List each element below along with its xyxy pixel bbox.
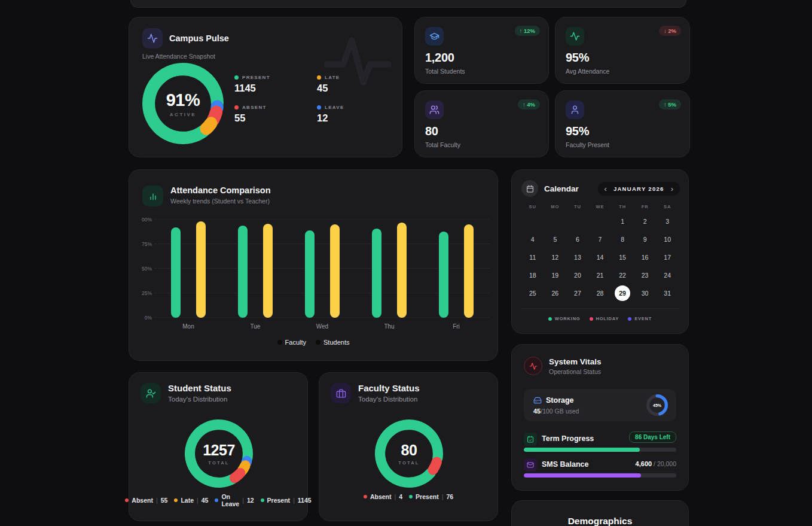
legend-item: Present|1145 <box>261 493 312 507</box>
attendance-donut-chart: 91% ACTIVE <box>141 62 225 145</box>
bar-students-fri <box>464 224 474 318</box>
offscreen-card-edge <box>130 0 686 8</box>
calendar-day[interactable]: 27 <box>566 284 589 302</box>
legend-item: Absent|55 <box>125 493 167 507</box>
legend-item: Present|76 <box>409 493 453 500</box>
calendar-blank <box>544 212 567 230</box>
calendar-day[interactable]: 28 <box>589 284 612 302</box>
calendar-day[interactable]: 23 <box>634 266 657 284</box>
late-dot <box>317 75 321 80</box>
bar-faculty-wed <box>305 230 315 318</box>
calendar-day[interactable]: 4 <box>521 230 544 248</box>
trend-badge: ↑ 5% <box>659 99 681 110</box>
calendar-day[interactable]: 13 <box>566 248 589 266</box>
calendar-day[interactable]: 7 <box>589 230 612 248</box>
storage-usage: 45/100 GB used <box>533 408 579 415</box>
campus-pulse-header: Campus Pulse Live Attendance Snapshot <box>142 28 229 60</box>
weekday-header: SA <box>656 204 679 209</box>
bar-faculty-fri <box>439 232 448 318</box>
calendar-grid: 1234567891011121314151617181920212223242… <box>521 212 679 302</box>
campus-pulse-card: Campus Pulse Live Attendance Snapshot 91… <box>129 17 402 157</box>
calendar-day[interactable]: 12 <box>544 248 567 266</box>
y-axis-tick: 25% <box>142 290 152 296</box>
activity-icon <box>566 27 584 45</box>
leave-dot <box>317 105 321 110</box>
calendar-card: Calendar ‹ JANUARY 2026 › SUMOTUWETHFRSA… <box>511 169 689 334</box>
calendar-day[interactable]: 17 <box>656 248 679 266</box>
calendar-day[interactable]: 10 <box>656 230 679 248</box>
calendar-day[interactable]: 21 <box>589 266 612 284</box>
calendar-day[interactable]: 2 <box>634 212 657 230</box>
pulse-icon <box>142 28 163 48</box>
calendar-day[interactable]: 26 <box>544 284 567 302</box>
stat-leave: LEAVE 12 <box>317 105 399 124</box>
student-status-legend: Absent|55 Late|45 On Leave|12 Present|11… <box>129 493 307 507</box>
bar-students-thu <box>397 223 407 318</box>
bar-chart-icon <box>142 186 163 206</box>
calendar-day[interactable]: 16 <box>634 248 657 266</box>
x-axis-tick: Tue <box>222 323 289 330</box>
present-dot <box>234 75 239 80</box>
calendar-day[interactable]: 30 <box>634 284 657 302</box>
sms-balance-bar <box>524 473 676 478</box>
student-status-subtitle: Today's Distribution <box>168 396 231 403</box>
calendar-day[interactable]: 29 <box>611 284 634 302</box>
total-faculty-label: Total Faculty <box>425 141 460 148</box>
calendar-day[interactable]: 6 <box>566 230 589 248</box>
users-icon <box>425 101 444 119</box>
total-students-label: Total Students <box>425 68 465 75</box>
legend-dot <box>628 317 631 321</box>
faculty-status-card: Faculty Status Today's Distribution 80 T… <box>319 372 498 521</box>
sms-balance-label: SMS Balance <box>542 460 589 469</box>
legend-item: Late|45 <box>174 493 208 507</box>
weekday-headers: SUMOTUWETHFRSA <box>521 204 679 209</box>
chart-legend: FacultyStudents <box>129 339 497 346</box>
calendar-day[interactable]: 8 <box>611 230 634 248</box>
calendar-day-selected[interactable]: 29 <box>615 285 630 301</box>
briefcase-icon <box>331 383 351 403</box>
prev-month-button[interactable]: ‹ <box>603 185 608 193</box>
sms-balance-value: 4,600 / 20,000 <box>636 460 676 467</box>
calendar-day[interactable]: 18 <box>521 266 544 284</box>
weekday-header: MO <box>544 204 567 209</box>
calendar-day[interactable]: 9 <box>634 230 657 248</box>
calendar-day[interactable]: 15 <box>611 248 634 266</box>
calendar-day[interactable]: 20 <box>566 266 589 284</box>
faculty-present-card: ↑ 5% 95% Faculty Present <box>555 90 690 157</box>
bar-faculty-tue <box>238 226 248 318</box>
calendar-blank <box>566 212 589 230</box>
weekday-header: TU <box>566 204 589 209</box>
divider <box>521 308 679 309</box>
weekday-header: FR <box>634 204 657 209</box>
legend-item-students: Students <box>316 339 349 346</box>
x-axis-tick: Fri <box>423 323 490 330</box>
x-axis-tick: Thu <box>356 323 423 330</box>
calendar-day[interactable]: 5 <box>544 230 567 248</box>
calendar-day[interactable]: 11 <box>521 248 544 266</box>
calendar-day[interactable]: 24 <box>656 266 679 284</box>
calendar-day[interactable]: 25 <box>521 284 544 302</box>
student-status-donut-chart: 1257 TOTAL <box>184 418 254 489</box>
next-month-button[interactable]: › <box>670 185 674 193</box>
calendar-icon <box>521 180 538 197</box>
hard-drive-icon <box>533 396 542 405</box>
calendar-day[interactable]: 14 <box>589 248 612 266</box>
total-faculty-value: 80 <box>425 124 438 138</box>
x-axis-tick: Wed <box>289 323 356 330</box>
calendar-day[interactable]: 31 <box>656 284 679 302</box>
calendar-day[interactable]: 3 <box>656 212 679 230</box>
calendar-day[interactable]: 22 <box>611 266 634 284</box>
bar-group-thu <box>372 220 407 318</box>
avg-attendance-value: 95% <box>566 51 589 65</box>
legend-item-faculty: Faculty <box>277 339 306 346</box>
total-students-card: ↑ 12% 1,200 Total Students <box>414 17 549 84</box>
days-left-badge: 86 Days Left <box>629 431 676 443</box>
storage-percent: 45% <box>653 403 661 408</box>
campus-pulse-title: Campus Pulse <box>169 34 229 43</box>
legend-dot <box>590 317 593 321</box>
calendar-day[interactable]: 19 <box>544 266 567 284</box>
calendar-day[interactable]: 1 <box>611 212 634 230</box>
weekday-header: SU <box>521 204 544 209</box>
bar-chart-plot <box>155 220 490 318</box>
storage-panel: Storage 45/100 GB used 45% <box>524 389 676 421</box>
